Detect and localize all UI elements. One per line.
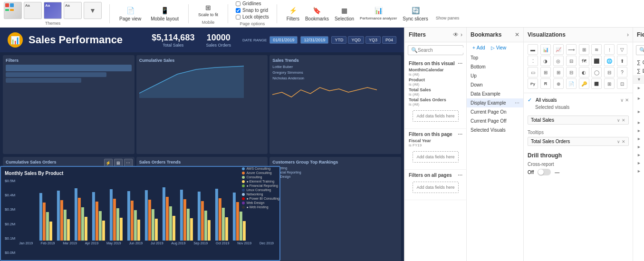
viz-area-chart[interactable]: ⟿ <box>566 44 577 55</box>
field-ranking-measures[interactable]: ► 📁 Ranking Measures <box>633 92 644 105</box>
viz-bar-chart[interactable]: ▬ <box>528 44 538 55</box>
filter-total-sales[interactable]: Total Sales is (All) <box>409 87 462 97</box>
date-from-btn[interactable]: 01/01/2019 <box>269 36 298 44</box>
viz-scatter-chart[interactable]: ⁚ <box>528 56 538 66</box>
viz-r[interactable]: R <box>540 78 551 89</box>
period-yqd[interactable]: YQD <box>348 36 364 44</box>
viz-kpi[interactable]: ⬆ <box>617 56 627 66</box>
view-bookmark-btn[interactable]: ▷ View <box>489 44 509 51</box>
bm-current-page-off[interactable]: Current Page Off <box>467 116 523 126</box>
field-key-measures-header[interactable]: ▼ 📁 Key Measures <box>633 75 644 84</box>
all-visuals-x[interactable]: ✕ <box>625 97 629 103</box>
gridlines-input[interactable] <box>236 1 240 6</box>
viz-donut-chart[interactable]: ◎ <box>553 56 564 66</box>
viz-pie-chart[interactable]: ◑ <box>540 56 551 66</box>
viz-combo-chart[interactable]: ⊞ <box>579 44 589 55</box>
filters-all-more[interactable]: ⋯ <box>458 173 462 178</box>
field-products[interactable]: ► 📁 Products <box>633 151 644 159</box>
add-bookmark-btn[interactable]: + Add <box>471 44 487 51</box>
scale-to-fit-btn[interactable]: ⊞ Scale to fit <box>196 3 220 18</box>
viz-funnel-chart[interactable]: ▽ <box>617 44 627 55</box>
add-fields-all-btn[interactable]: Add data fields here <box>413 182 459 193</box>
filter-product[interactable]: Product is (All) <box>409 77 462 87</box>
viz-card[interactable]: ▭ <box>528 67 538 77</box>
field-date[interactable]: ► 📁 Date <box>633 126 644 135</box>
viz-key-inf[interactable]: 🔑 <box>579 78 589 89</box>
filter-monthin[interactable]: MonthInCalendar is (All) <box>409 68 462 77</box>
bm-up[interactable]: Up <box>467 71 523 80</box>
field-scenario-measures[interactable]: ► 📁 Scenario Measures <box>633 105 644 118</box>
lock-input[interactable] <box>236 15 240 19</box>
selection-btn[interactable]: ▦ Selection <box>333 5 356 22</box>
snap-input[interactable] <box>236 8 240 13</box>
theme-4[interactable]: Aa <box>64 2 82 19</box>
field-cumulative-meas[interactable]: ∑ Cumulative Meas... <box>633 58 644 67</box>
bm-down[interactable]: Down <box>467 80 523 89</box>
viz-expand-icon[interactable]: › <box>627 31 629 38</box>
bookmarks-btn[interactable]: 🔖 Bookmarks <box>303 5 331 22</box>
filters-visual-more[interactable]: ⋯ <box>458 61 462 66</box>
filter-fiscal-year[interactable]: Fiscal Year is FY19 <box>409 138 462 147</box>
viz-python[interactable]: Py <box>528 78 538 89</box>
bm-display-more[interactable]: ⋯ <box>515 100 519 106</box>
viz-qna[interactable]: ? <box>617 67 627 77</box>
mobile-layout-btn[interactable]: 📱 Mobile layout <box>149 5 181 22</box>
total-orders-x[interactable]: ✕ <box>622 139 625 144</box>
filters-page-more[interactable]: ⋯ <box>458 132 462 137</box>
viz-multicard[interactable]: ⊞ <box>540 67 551 77</box>
filter-total-orders[interactable]: Total Sales Orders is (All) <box>409 97 462 106</box>
field-email-key[interactable]: ∑ Email Key Measur... <box>633 67 644 75</box>
viz-custom2[interactable]: ⊡ <box>617 78 627 89</box>
total-sales-chevron[interactable]: ∨ <box>617 118 620 123</box>
theme-3[interactable]: Aa <box>44 2 62 19</box>
viz-pbi[interactable]: ⬛ <box>591 78 602 89</box>
page-view-btn[interactable]: 📄 Page view <box>117 5 143 22</box>
gridlines-checkbox[interactable]: Gridlines <box>236 1 269 6</box>
viz-map[interactable]: 🗺 <box>579 56 589 66</box>
field-period[interactable]: ► 📁 Period <box>633 143 644 151</box>
performance-btn[interactable]: 📊 Performance analyzer <box>358 5 399 21</box>
total-orders-chevron[interactable]: ∨ <box>617 139 620 144</box>
viz-table[interactable]: ⊞ <box>553 67 564 77</box>
field-email[interactable]: ► 📁 Email <box>633 135 644 143</box>
theme-2[interactable]: Aa <box>24 2 42 19</box>
filters-btn[interactable]: ⚡ Filters <box>285 5 301 22</box>
viz-matrix[interactable]: ⊟ <box>566 67 577 77</box>
viz-filled-map[interactable]: ⬛ <box>591 56 602 66</box>
field-sales-scenarios[interactable]: ► 📁 Sales Scenarios <box>633 167 644 175</box>
bm-current-page-on[interactable]: Current Page On <box>467 107 523 116</box>
filters-search-input[interactable] <box>418 48 466 53</box>
add-fields-visual-btn[interactable]: Add data fields here <box>413 110 459 122</box>
sync-btn[interactable]: 🔄 Sync slicers <box>401 5 430 22</box>
viz-ribbon-chart[interactable]: ≋ <box>591 44 602 55</box>
field-sales[interactable]: ► 📁 Sales <box>633 159 644 167</box>
date-to-btn[interactable]: 12/31/2019 <box>300 36 328 44</box>
filters-search-box[interactable]: 🔍 <box>408 45 463 55</box>
period-p04[interactable]: P04 <box>382 36 396 44</box>
lock-checkbox[interactable]: Lock objects <box>236 14 269 19</box>
snap-checkbox[interactable]: Snap to grid <box>236 8 269 13</box>
viz-col-chart[interactable]: 📊 <box>540 44 551 55</box>
viz-line-chart[interactable]: 📈 <box>553 44 564 55</box>
viz-gauge[interactable]: ◐ <box>579 67 589 77</box>
viz-slicer[interactable]: ⊟ <box>604 67 615 77</box>
field-moving-averages[interactable]: ► 📁 Moving Averages <box>633 84 644 92</box>
fields-search-box[interactable]: 🔍 <box>636 45 644 55</box>
viz-decomp[interactable]: ⊕ <box>553 78 564 89</box>
add-fields-page-btn[interactable]: Add data fields here <box>413 151 459 163</box>
theme-5[interactable]: ▼ <box>84 2 102 19</box>
cross-report-toggle[interactable] <box>538 169 551 175</box>
bm-selected-visuals[interactable]: Selected Visuals <box>467 126 523 135</box>
bm-data-example[interactable]: Data Example <box>467 89 523 98</box>
all-visuals-chevron[interactable]: ∨ <box>620 97 624 103</box>
viz-treemap[interactable]: ⊟ <box>566 56 577 66</box>
filters-eye-icon[interactable]: 👁 <box>453 31 459 38</box>
period-yq3[interactable]: YQ3 <box>365 36 381 44</box>
viz-waterfall-chart[interactable]: ⫶ <box>604 44 615 55</box>
viz-azure-map[interactable]: 🌐 <box>604 56 615 66</box>
viz-custom1[interactable]: ⊞ <box>604 78 615 89</box>
bm-display-example[interactable]: Display Example ⋯ <box>467 98 523 107</box>
bookmarks-close-icon[interactable]: ✕ <box>515 31 519 38</box>
period-ytd[interactable]: YTD <box>331 36 346 44</box>
filters-chevron-icon[interactable]: › <box>461 31 462 38</box>
